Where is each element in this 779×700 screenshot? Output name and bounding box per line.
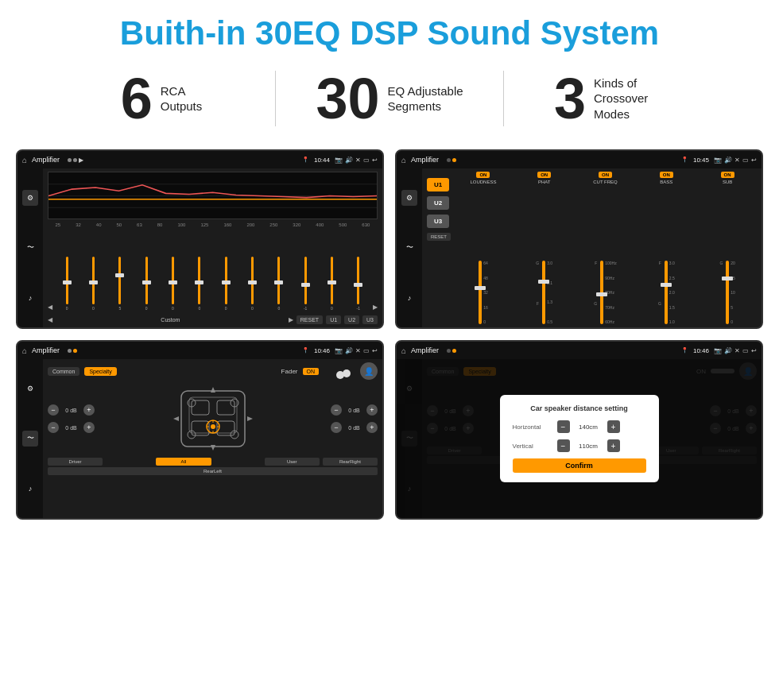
eq-u2-btn[interactable]: U2 — [344, 315, 359, 324]
fader-sidebar-wave-icon[interactable]: 〜 — [22, 431, 38, 447]
u1-button[interactable]: U1 — [427, 178, 449, 191]
eq-freq-labels: 25 32 40 50 63 80 100 125 160 200 250 32… — [48, 222, 378, 227]
eq-slider-7[interactable]: 0 — [214, 257, 238, 311]
sub-on[interactable]: ON — [721, 172, 734, 178]
fader-user-btn[interactable]: User — [265, 458, 320, 466]
fader-rearleft-btn[interactable]: RearLeft — [48, 467, 378, 475]
svg-rect-5 — [192, 400, 209, 415]
eq-content: ⚙ 〜 ♪ 2 — [17, 168, 382, 327]
eq-time: 10:44 — [314, 157, 330, 164]
fader-all-btn[interactable]: All — [156, 458, 211, 466]
fader-plus-2[interactable]: + — [83, 422, 95, 433]
u2-button[interactable]: U2 — [427, 196, 449, 210]
window-icon-4: ▭ — [742, 347, 749, 354]
eq-slider-10[interactable]: -1 — [293, 257, 317, 311]
vertical-value: 110cm — [575, 443, 603, 450]
eq-slider-1[interactable]: 0 — [55, 257, 79, 311]
eq-reset-btn[interactable]: RESET — [296, 315, 323, 324]
fader-driver-btn[interactable]: Driver — [48, 458, 103, 466]
phat-on[interactable]: ON — [537, 172, 551, 178]
freq-125: 125 — [200, 222, 208, 227]
eq-slider-8[interactable]: 0 — [240, 257, 264, 311]
fader-minus-3[interactable]: − — [331, 404, 342, 416]
fader-plus-1[interactable]: + — [83, 404, 95, 416]
home-icon-3[interactable]: ⌂ — [22, 346, 27, 355]
phat-slider[interactable]: GF 3.02.11.30.5 — [536, 186, 552, 324]
loudness-on[interactable]: ON — [476, 172, 490, 178]
fader-right-col: − 0 dB + − 0 dB + — [331, 404, 378, 433]
close-icon-2[interactable]: ✕ — [734, 157, 740, 164]
eq-topbar: ⌂ Amplifier ▶ 📍 10:44 📷 🔊 ✕ ▭ ↩ — [17, 151, 382, 168]
back-icon-2[interactable]: ↩ — [751, 157, 757, 164]
fader-minus-4[interactable]: − — [331, 422, 342, 433]
eq-sidebar-filter-icon[interactable]: ⚙ — [22, 190, 38, 206]
fader-minus-1[interactable]: − — [48, 404, 59, 416]
freq-80: 80 — [157, 222, 163, 227]
eq-slider-4[interactable]: 0 — [134, 257, 158, 311]
crossover-reset-btn[interactable]: RESET — [427, 233, 451, 241]
eq-slider-12[interactable]: -1 — [347, 257, 370, 311]
eq-slider-6[interactable]: 0 — [188, 257, 211, 311]
close-icon-3[interactable]: ✕ — [355, 347, 361, 354]
cutfreq-slider[interactable]: FG 100Hz90Hz80Hz70Hz60Hz — [594, 186, 616, 324]
dot-2 — [73, 158, 77, 162]
close-icon-4[interactable]: ✕ — [734, 347, 740, 354]
fader-screen-title: Amplifier — [32, 346, 60, 354]
u3-button[interactable]: U3 — [427, 215, 449, 228]
eq-arrow-left[interactable]: ◀ — [48, 304, 52, 311]
freq-40: 40 — [96, 222, 102, 227]
tab-common[interactable]: Common — [48, 367, 79, 376]
car-diagram-area — [98, 383, 327, 454]
confirm-button[interactable]: Confirm — [513, 458, 646, 473]
horizontal-minus-btn[interactable]: − — [557, 420, 570, 433]
fader-plus-3[interactable]: + — [366, 404, 378, 416]
vertical-plus-btn[interactable]: + — [607, 439, 620, 452]
eq-slider-2[interactable]: 0 — [81, 257, 105, 311]
crossover-sidebar-speaker-icon[interactable]: ♪ — [401, 290, 417, 306]
fader-on-button[interactable]: ON — [303, 368, 320, 375]
fader-plus-4[interactable]: + — [366, 422, 378, 433]
eq-next[interactable]: ▶ — [289, 316, 293, 323]
fader-sidebar-speaker-icon[interactable]: ♪ — [22, 481, 38, 497]
sub-slider[interactable]: G 20151050 — [719, 186, 734, 324]
crossover-sidebar-wave-icon[interactable]: 〜 — [401, 240, 417, 256]
eq-u1-btn[interactable]: U1 — [326, 315, 341, 324]
location-icon-4: 📍 — [681, 347, 688, 354]
eq-slider-3[interactable]: 5 — [108, 257, 132, 311]
eq-slider-11[interactable]: 0 — [320, 257, 343, 311]
back-icon-4[interactable]: ↩ — [751, 347, 757, 354]
cutfreq-on[interactable]: ON — [599, 172, 612, 178]
close-icon[interactable]: ✕ — [355, 157, 361, 164]
eq-sidebar-wave-icon[interactable]: 〜 — [22, 240, 38, 256]
bass-on[interactable]: ON — [660, 172, 673, 178]
distance-dialog: Car speaker distance setting Horizontal … — [500, 395, 659, 482]
crossover-sidebar-filter-icon[interactable]: ⚙ — [401, 190, 417, 206]
loudness-slider[interactable]: 644832160 — [479, 186, 488, 324]
eq-arrow-right[interactable]: ▶ — [373, 304, 378, 311]
bass-slider[interactable]: FG 3.02.52.01.51.0 — [658, 186, 675, 324]
horizontal-plus-btn[interactable]: + — [607, 420, 620, 433]
eq-sidebar-speaker-icon[interactable]: ♪ — [22, 290, 38, 306]
crossover-channels: ON LOUDNESS 644832160 ON PHAT — [454, 172, 757, 324]
freq-630: 630 — [362, 222, 370, 227]
back-icon[interactable]: ↩ — [372, 157, 378, 164]
eq-prev[interactable]: ◀ — [48, 316, 52, 323]
fader-status-dots — [68, 349, 77, 353]
stat-rca: 6 RCAOutputs — [48, 70, 275, 127]
fader-rearright-btn[interactable]: RearRight — [323, 458, 378, 466]
tab-specialty[interactable]: Specialty — [84, 367, 116, 376]
eq-slider-9[interactable]: 0 — [267, 257, 291, 311]
freq-100: 100 — [177, 222, 185, 227]
home-icon-4[interactable]: ⌂ — [401, 346, 406, 355]
home-icon[interactable]: ⌂ — [22, 156, 27, 164]
distance-time: 10:46 — [693, 347, 709, 354]
eq-slider-5[interactable]: 0 — [161, 257, 184, 311]
vertical-minus-btn[interactable]: − — [557, 439, 570, 452]
eq-u3-btn[interactable]: U3 — [362, 315, 378, 324]
fader-minus-2[interactable]: − — [48, 422, 59, 433]
bass-label: BASS — [660, 180, 672, 184]
back-icon-3[interactable]: ↩ — [372, 347, 378, 354]
fader-sidebar-filter-icon[interactable]: ⚙ — [22, 381, 38, 396]
home-icon-2[interactable]: ⌂ — [401, 156, 406, 164]
sub-freq: 20151050 — [731, 261, 735, 324]
